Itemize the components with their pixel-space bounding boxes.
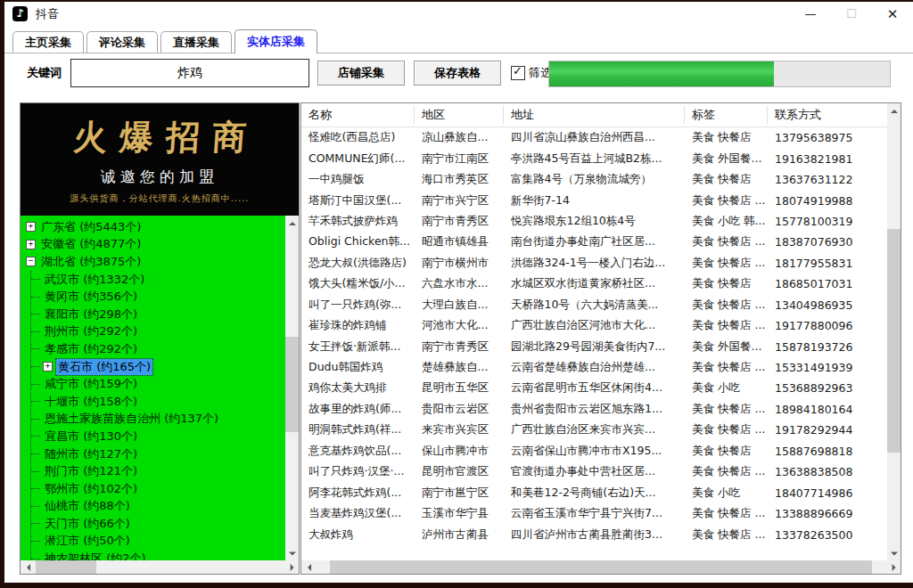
table-row[interactable]: 意克基炸鸡饮品(...保山市腾冲市云南省保山市腾冲市市X195...美食 快餐店… bbox=[301, 441, 887, 461]
tree-horizontal-scrollbar[interactable] bbox=[21, 560, 299, 574]
column-header-1[interactable]: 名称 bbox=[301, 106, 415, 124]
table-vertical-scrollbar[interactable] bbox=[887, 103, 901, 560]
table-horizontal-scrollbar[interactable] bbox=[301, 560, 901, 574]
column-header-4[interactable]: 标签 bbox=[685, 106, 768, 124]
cell-region: 六盘水市水... bbox=[415, 276, 504, 291]
table-row[interactable]: 明洞韩式炸鸡(祥...来宾市兴宾区广西壮族自治区来宾市兴宾...美食 快餐店 .… bbox=[301, 420, 887, 440]
tree-connector bbox=[31, 488, 40, 489]
expand-plus-icon[interactable]: + bbox=[43, 362, 53, 372]
cell-tags: 美食 快餐店 ... bbox=[685, 298, 768, 313]
tree-item[interactable]: 天门市 (约66个) bbox=[31, 515, 285, 533]
shop-table-main: 名称地区地址标签联系方式 怪难吃(西昌总店)凉山彝族自...四川省凉山彝族自治州… bbox=[301, 103, 901, 560]
table-vscroll-thumb[interactable] bbox=[887, 229, 901, 453]
table-row[interactable]: COMMUNE幻师(...南宁市江南区亭洪路45号百益上河城B2栋...美食 外… bbox=[301, 148, 887, 168]
scroll-left-icon[interactable] bbox=[21, 560, 34, 574]
tree-hscroll-thumb[interactable] bbox=[36, 560, 96, 574]
shop-collect-button[interactable]: 店铺采集 bbox=[317, 61, 405, 86]
expand-plus-icon[interactable]: + bbox=[26, 240, 36, 249]
table-row[interactable]: 塔斯汀中国汉堡(...南宁市兴宁区新华街7-14美食 快餐店 ...180749… bbox=[301, 190, 887, 210]
tree-item[interactable]: 武汉市 (约1332个) bbox=[31, 271, 285, 289]
province-tree: +广东省 (约5443个)+安徽省 (约4877个)−湖北省 (约3875个)武… bbox=[21, 216, 285, 560]
tree-item[interactable]: 潜江市 (约50个) bbox=[31, 533, 285, 551]
scroll-right-icon[interactable] bbox=[887, 560, 901, 574]
table-row[interactable]: 一中鸡腿饭海口市秀英区富集路4号（万泉物流城旁）美食 快餐店1363763112… bbox=[301, 169, 887, 190]
table-row[interactable]: 故事里的炸鸡(师...贵阳市云岩区贵州省贵阳市云岩区旭东路1...美食 快餐店 … bbox=[301, 399, 887, 420]
minimize-button[interactable]: — bbox=[790, 2, 831, 26]
table-row[interactable]: 大叔炸鸡泸州市古蔺县四川省泸州市古蔺县胜蔺街3...美食 快餐店 ...1337… bbox=[301, 524, 887, 544]
tree-item[interactable]: +安徽省 (约4877个) bbox=[26, 236, 285, 254]
cell-region: 南宁市兴宁区 bbox=[415, 193, 504, 208]
tree-item[interactable]: 恩施土家族苗族自治州 (约137个) bbox=[31, 411, 285, 429]
table-row[interactable]: 叫了一只炸鸡(弥...大理白族自...天桥路10号（六大妈清蒸美...美食 快餐… bbox=[301, 295, 887, 315]
tree-hscroll-track[interactable] bbox=[34, 560, 285, 574]
column-header-3[interactable]: 地址 bbox=[504, 106, 685, 124]
tree-item[interactable]: 宜昌市 (约130个) bbox=[31, 428, 285, 445]
table-hscroll-track[interactable] bbox=[315, 560, 887, 574]
tree-vertical-scrollbar[interactable] bbox=[285, 216, 299, 560]
table-row[interactable]: Obligi Chicken韩...昭通市镇雄县南台街道办事处南广社区居...美… bbox=[301, 232, 887, 252]
keyword-input[interactable] bbox=[70, 59, 309, 87]
tree-item[interactable]: 咸宁市 (约159个) bbox=[31, 375, 285, 393]
tree-item[interactable]: −湖北省 (约3875个) bbox=[26, 253, 285, 271]
filter-phone-checkbox[interactable] bbox=[511, 66, 525, 80]
table-row[interactable]: 阿李花韩式炸鸡(...南宁市邕宁区和美巷12-2号商铺(右边)天...美食 小吃… bbox=[301, 482, 887, 502]
column-header-5[interactable]: 联系方式 bbox=[768, 106, 887, 124]
tree-item[interactable]: +黄石市 (约165个) bbox=[31, 358, 285, 376]
scroll-up-icon[interactable] bbox=[887, 103, 901, 117]
cell-region: 大理白族自... bbox=[415, 298, 504, 313]
tree-item[interactable]: 孝感市 (约292个) bbox=[31, 340, 285, 358]
column-header-2[interactable]: 地区 bbox=[415, 106, 504, 124]
scroll-down-icon[interactable] bbox=[887, 547, 901, 560]
tree-connector bbox=[31, 453, 40, 454]
tree-item[interactable]: 荆州市 (约292个) bbox=[31, 323, 285, 341]
tree-vscroll-track[interactable] bbox=[285, 229, 299, 547]
table-row[interactable]: 怪难吃(西昌总店)凉山彝族自...四川省凉山彝族自治州西昌...美食 快餐店13… bbox=[301, 127, 887, 148]
tab-3[interactable]: 直播采集 bbox=[160, 31, 232, 53]
scroll-up-icon[interactable] bbox=[285, 216, 299, 229]
cell-region: 楚雄彝族自... bbox=[415, 360, 504, 375]
scroll-right-icon[interactable] bbox=[285, 560, 299, 574]
tree-item-label: 安徽省 (约4877个) bbox=[39, 236, 143, 252]
cell-tags: 美食 外国餐... bbox=[685, 151, 768, 167]
table-row[interactable]: 鸡你太美大鸡排昆明市五华区云南省昆明市五华区休闲街4...美食 小吃153688… bbox=[301, 378, 887, 398]
tree-item[interactable]: +广东省 (约5443个) bbox=[26, 218, 285, 236]
tree-vscroll-thumb[interactable] bbox=[285, 337, 299, 432]
tree-item-label: 随州市 (约127个) bbox=[43, 446, 139, 462]
table-row[interactable]: 叫了只炸鸡·汉堡·...昆明市官渡区官渡街道办事处中营社区居...美食 快餐店 … bbox=[301, 461, 887, 482]
collapse-minus-icon[interactable]: − bbox=[26, 257, 36, 266]
expand-plus-icon[interactable]: + bbox=[26, 222, 36, 232]
tree-item[interactable]: 十堰市 (约158个) bbox=[31, 393, 285, 411]
table-row[interactable]: 芊禾韩式披萨炸鸡南宁市青秀区悦宾路垠东12组10栋4号美食 小吃 韩...157… bbox=[301, 211, 887, 232]
cell-phone: 18177955831 bbox=[768, 257, 887, 270]
tree-item-label: 荆门市 (约121个) bbox=[43, 463, 139, 479]
tree-item[interactable]: 荆门市 (约121个) bbox=[31, 462, 285, 480]
table-row[interactable]: 饿大头(糯米饭/小...六盘水市水...水城区双水街道黄家桥社区...美食 快餐… bbox=[301, 274, 887, 294]
tab-2[interactable]: 评论采集 bbox=[86, 31, 158, 53]
shop-table-panel: 名称地区地址标签联系方式 怪难吃(西昌总店)凉山彝族自...四川省凉山彝族自治州… bbox=[300, 102, 901, 575]
tab-4[interactable]: 实体店采集 bbox=[234, 29, 317, 53]
close-button[interactable]: ✕ bbox=[872, 2, 913, 26]
table-row[interactable]: 女王拌饭·新派韩...南宁市青秀区园湖北路29号园湖美食街内7...美食 外国餐… bbox=[301, 336, 887, 356]
cell-region: 南宁市横州市 bbox=[415, 256, 504, 271]
table-row[interactable]: Dudu韩国炸鸡楚雄彝族自...云南省楚雄彝族自治州楚雄...美食 快餐店 ..… bbox=[301, 357, 887, 378]
scroll-down-icon[interactable] bbox=[285, 547, 299, 560]
table-hscroll-thumb[interactable] bbox=[330, 560, 872, 574]
maximize-button[interactable]: ☐ bbox=[831, 2, 872, 26]
tree-item[interactable]: 黄冈市 (约356个) bbox=[31, 288, 285, 306]
tree-item[interactable]: 仙桃市 (约88个) bbox=[31, 498, 285, 516]
cell-address: 广西壮族自治区来宾市兴宾... bbox=[504, 422, 685, 437]
tree-item[interactable]: 鄂州市 (约102个) bbox=[31, 480, 285, 498]
table-row[interactable]: 恐龙大叔(洪德路店)南宁市横州市洪德路324-1号一楼入门右边...美食 快餐店… bbox=[301, 253, 887, 274]
scroll-left-icon[interactable] bbox=[301, 560, 315, 574]
cell-region: 南宁市江南区 bbox=[415, 151, 504, 167]
tree-item[interactable]: 随州市 (约127个) bbox=[31, 445, 285, 463]
tab-1[interactable]: 主页采集 bbox=[12, 31, 84, 53]
tree-item-label: 广东省 (约5443个) bbox=[39, 219, 143, 235]
table-row[interactable]: 崔珍珠的炸鸡铺河池市大化...广西壮族自治区河池市大化...美食 快餐店 ...… bbox=[301, 315, 887, 336]
tree-connector bbox=[31, 471, 40, 472]
tree-item[interactable]: 神农架林区 (约2个) bbox=[31, 550, 285, 560]
table-vscroll-track[interactable] bbox=[887, 117, 901, 547]
tree-item[interactable]: 襄阳市 (约298个) bbox=[31, 306, 285, 323]
save-table-button[interactable]: 保存表格 bbox=[414, 61, 501, 86]
table-row[interactable]: 当麦基炸鸡汉堡(...玉溪市华宁县云南省玉溪市华宁县宁兴街7...美食 快餐店 … bbox=[301, 503, 887, 524]
